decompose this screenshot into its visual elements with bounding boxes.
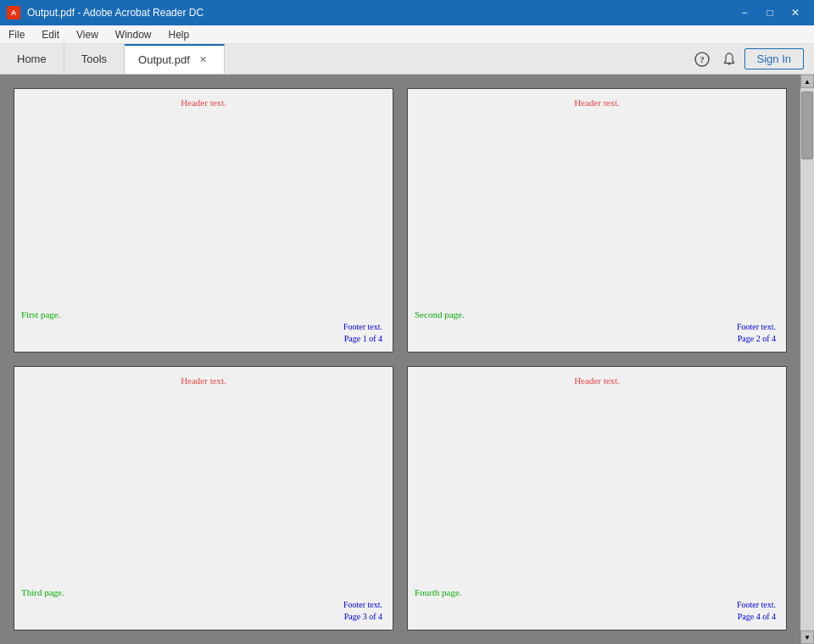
tab-bar-right: ? Sign In [690, 44, 814, 74]
page-3-header: Header text. [14, 367, 393, 386]
tab-document-label: Output.pdf [138, 53, 190, 66]
tab-document[interactable]: Output.pdf ✕ [125, 44, 225, 74]
scroll-up-button[interactable]: ▲ [800, 75, 814, 88]
menu-file[interactable]: File [0, 25, 33, 43]
page-4-footer-line2: Page 4 of 4 [408, 611, 776, 623]
page-3-body-wrap: Third page. [14, 386, 393, 599]
page-2-header: Header text. [408, 89, 786, 108]
window-title: Output.pdf - Adobe Acrobat Reader DC [27, 7, 726, 19]
tab-home[interactable]: Home [0, 44, 64, 74]
page-1-footer-line1: Footer text. [14, 321, 382, 333]
page-3-footer-line2: Page 3 of 4 [14, 611, 382, 623]
page-4-body-content: Fourth page. [408, 584, 462, 599]
page-2-footer-line2: Page 2 of 4 [408, 333, 776, 345]
menu-bar: File Edit View Window Help [0, 25, 814, 44]
minimize-button[interactable]: − [733, 4, 756, 21]
page-3-body-text: Third page. [21, 587, 64, 597]
page-4-footer: Footer text. Page 4 of 4 [408, 599, 786, 630]
page-2-footer-line1: Footer text. [408, 321, 776, 333]
menu-edit[interactable]: Edit [33, 25, 68, 43]
menu-view[interactable]: View [68, 25, 107, 43]
page-2-body-text: Second page. [415, 309, 465, 319]
pdf-page-3: Header text. Third page. Footer text. Pa… [14, 366, 393, 630]
close-button[interactable]: ✕ [783, 4, 807, 21]
svg-text:?: ? [700, 54, 705, 64]
scroll-track[interactable] [800, 88, 814, 630]
page-3-footer-line1: Footer text. [14, 599, 382, 611]
page-1-body-content: First page. [14, 306, 60, 321]
page-4-body-text: Fourth page. [415, 587, 462, 597]
maximize-button[interactable]: □ [758, 4, 782, 21]
page-1-footer-line2: Page 1 of 4 [14, 333, 382, 345]
tab-close-button[interactable]: ✕ [197, 53, 210, 67]
tab-bar: Home Tools Output.pdf ✕ ? Sign In [0, 44, 814, 75]
app-icon: A [7, 6, 20, 19]
page-4-footer-line1: Footer text. [408, 599, 776, 611]
page-2-footer: Footer text. Page 2 of 4 [408, 321, 786, 352]
tab-tools[interactable]: Tools [64, 44, 125, 74]
pages-area[interactable]: Header text. First page. Footer text. Pa… [0, 75, 800, 644]
scrollbar[interactable]: ▲ ▼ [800, 75, 814, 644]
main-area: Header text. First page. Footer text. Pa… [0, 75, 814, 644]
page-1-body-text: First page. [21, 309, 60, 319]
menu-help[interactable]: Help [160, 25, 198, 43]
page-3-footer: Footer text. Page 3 of 4 [14, 599, 393, 630]
bell-icon-button[interactable] [717, 47, 741, 71]
help-icon: ? [694, 52, 710, 67]
bell-icon [722, 52, 737, 67]
menu-window[interactable]: Window [107, 25, 160, 43]
page-1-body-wrap: First page. [14, 108, 393, 321]
page-2-body-content: Second page. [408, 306, 465, 321]
sign-in-button[interactable]: Sign In [744, 48, 804, 69]
page-4-header: Header text. [408, 367, 786, 386]
pdf-page-4: Header text. Fourth page. Footer text. P… [407, 366, 787, 630]
pdf-page-2: Header text. Second page. Footer text. P… [407, 88, 787, 353]
page-1-header: Header text. [14, 89, 393, 108]
scroll-thumb[interactable] [801, 92, 813, 159]
title-bar: A Output.pdf - Adobe Acrobat Reader DC −… [0, 0, 814, 25]
help-icon-button[interactable]: ? [690, 47, 714, 71]
page-4-body-wrap: Fourth page. [408, 386, 786, 599]
pdf-page-1: Header text. First page. Footer text. Pa… [14, 88, 393, 353]
page-2-body-wrap: Second page. [408, 108, 786, 321]
scroll-down-button[interactable]: ▼ [800, 630, 814, 644]
window-controls: − □ ✕ [733, 4, 807, 21]
page-1-footer: Footer text. Page 1 of 4 [14, 321, 393, 352]
page-3-body-content: Third page. [14, 584, 64, 599]
